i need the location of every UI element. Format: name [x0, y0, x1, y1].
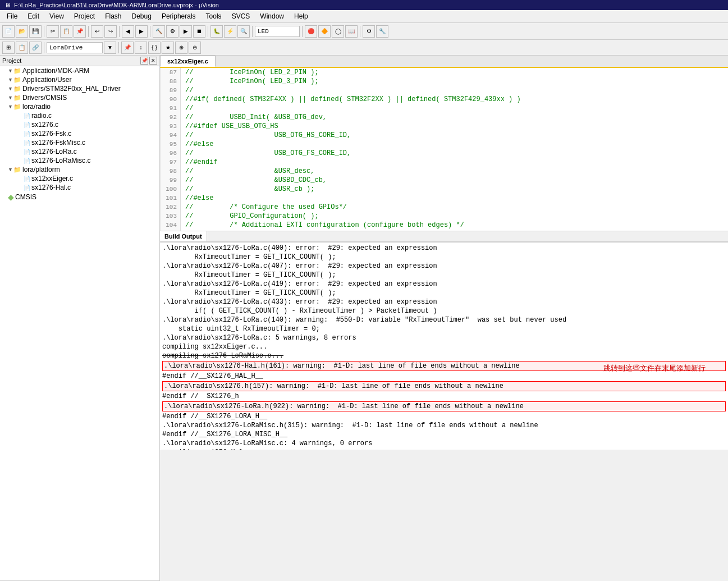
tree-item-3[interactable]: ▼📁 Drivers/CMSIS [0, 93, 159, 102]
tree-item-1[interactable]: ▼📁 Application/User [0, 75, 159, 84]
sep4 [150, 26, 150, 37]
code-line-94: 94// USB_OTG_HS_CORE_ID, [161, 131, 728, 140]
code-line-90: 90//#if( defined( STM32F4XX ) || defined… [161, 95, 728, 104]
build-line-19: .\lora\radio\sx1276-LoRaMisc.h(315): war… [162, 421, 726, 430]
search3-btn[interactable]: ◯ [332, 25, 344, 38]
redo-btn[interactable]: ↪ [104, 25, 117, 38]
panel-close-btn[interactable]: ✕ [149, 57, 157, 65]
settings-btn[interactable]: ⚙ [363, 25, 375, 38]
menu-item-tools[interactable]: Tools [202, 11, 226, 21]
stop-btn[interactable]: ⏹ [193, 25, 205, 38]
tree-item-8[interactable]: 📄 sx1276-FskMisc.c [0, 138, 159, 147]
editor-tab[interactable]: sx12xxEiger.c [160, 56, 216, 67]
paste-btn[interactable]: 📌 [74, 25, 86, 38]
build-line-12: compiling sx1276-LoRaMisc.c... [162, 351, 726, 360]
code-line-101: 101//#else [161, 194, 728, 203]
menu-item-project[interactable]: Project [70, 11, 99, 21]
code-line-89: 89// [161, 86, 728, 95]
fwd-btn[interactable]: ▶ [135, 25, 148, 38]
build-line-10: .\lora\radio\sx1276-LoRa.c: 5 warnings, … [162, 333, 726, 342]
tb2-pin-btn[interactable]: 📌 [121, 42, 134, 54]
code-line-100: 100// &USR_cb ); [161, 185, 728, 194]
undo-btn[interactable]: ↩ [91, 25, 103, 38]
tb2-btn3[interactable]: 🔗 [29, 42, 42, 54]
menu-item-flash[interactable]: Flash [100, 11, 126, 21]
tb2-remove-btn[interactable]: ⊖ [189, 42, 201, 54]
red-annotation: 跳转到这些文件在末尾添加新行 [603, 363, 706, 373]
tb2-add-btn[interactable]: ⊕ [175, 42, 187, 54]
tb2-code-btn[interactable]: { } [148, 42, 161, 54]
new-file-btn[interactable]: 📄 [2, 25, 15, 38]
sep3 [119, 26, 120, 37]
menu-item-file[interactable]: File [2, 11, 22, 21]
code-line-93: 93//#ifdef USE_USB_OTG_HS [161, 122, 728, 131]
panel-pin-btn[interactable]: 📌 [140, 57, 148, 65]
code-area[interactable]: 87// IcePinOn( LED_2_PIN );88// IcePinOn… [160, 68, 728, 231]
tb2-btn1[interactable]: ⊞ [2, 42, 15, 54]
tree-item-14[interactable]: ◆ CMSIS [0, 192, 159, 202]
open-btn[interactable]: 📂 [16, 25, 28, 38]
build-line-22: compiling sx1276-Hal.c... [162, 448, 726, 450]
copy-btn[interactable]: 📋 [60, 25, 72, 38]
build-line-1: RxTimeoutTimer = GET_TICK_COUNT( ); [162, 253, 726, 262]
code-line-88: 88// IcePinOn( LED_3_PIN ); [161, 77, 728, 86]
tree-item-12[interactable]: 📄 sx12xxEiger.c [0, 174, 159, 183]
build-line-16: #endif // SX1276_h [162, 392, 726, 401]
tree-item-7[interactable]: 📄 sx1276-Fsk.c [0, 129, 159, 138]
drive-dropdown[interactable]: LoraDrive [47, 42, 103, 53]
menu-item-debug[interactable]: Debug [127, 11, 156, 21]
code-line-96: 96// USB_OTG_FS_CORE_ID, [161, 149, 728, 158]
tree-item-11[interactable]: ▼📁 lora/platform [0, 165, 159, 174]
menu-item-window[interactable]: Window [255, 11, 289, 21]
build-line-4: .\lora\radio\sx1276-LoRa.c(419): error: … [162, 280, 726, 289]
sep2 [88, 26, 89, 37]
menu-bar: FileEditViewProjectFlashDebugPeripherals… [0, 10, 728, 23]
debug2-btn[interactable]: ⚡ [224, 25, 236, 38]
debug-btn[interactable]: 🐛 [210, 25, 223, 38]
book-btn[interactable]: 📖 [345, 25, 358, 38]
tree-item-13[interactable]: 📄 sx1276-Hal.c [0, 183, 159, 192]
code-line-92: 92// USBD_Init( &USB_OTG_dev, [161, 113, 728, 122]
title-text: F:\LoRa_Practice\LoraB1\LoraDrive\MDK-AR… [14, 2, 219, 8]
editor-and-build: sx12xxEiger.c 87// IcePinOn( LED_2_PIN )… [160, 56, 728, 581]
build-output-tab[interactable]: Build Output [160, 231, 207, 241]
search2-btn[interactable]: 🔶 [318, 25, 331, 38]
tree-item-4[interactable]: ▼📁 lora/radio [0, 102, 159, 111]
menu-item-edit[interactable]: Edit [23, 11, 44, 21]
tb2-nav-btn[interactable]: ↕ [135, 42, 147, 54]
build2-btn[interactable]: ⚙ [166, 25, 178, 38]
build-output: .\lora\radio\sx1276-LoRa.c(400): error: … [160, 242, 728, 450]
tb2-dropdown-btn[interactable]: ▼ [104, 42, 116, 54]
code-line-104: 104// /* Additional EXTI configuration (… [161, 221, 728, 230]
menu-item-peripherals[interactable]: Peripherals [157, 11, 200, 21]
menu-item-help[interactable]: Help [290, 11, 313, 21]
menu-item-view[interactable]: View [45, 11, 68, 21]
tree-item-9[interactable]: 📄 sx1276-LoRa.c [0, 147, 159, 156]
build-btn[interactable]: 🔨 [153, 25, 165, 38]
menu-item-svcs[interactable]: SVCS [227, 11, 255, 21]
tree-item-0[interactable]: ▼📁 Application/MDK-ARM [0, 66, 159, 75]
code-line-98: 98// &USR_desc, [161, 167, 728, 176]
build3-btn[interactable]: ▶ [180, 25, 192, 38]
project-header: Project 📌 ✕ [0, 56, 159, 66]
tree-item-6[interactable]: 📄 sx1276.c [0, 120, 159, 129]
tree-item-2[interactable]: ▼📁 Drivers/STM32F0xx_HAL_Driver [0, 84, 159, 93]
tb2-fav-btn[interactable]: ★ [162, 42, 174, 54]
tb2-btn2[interactable]: 📋 [16, 42, 28, 54]
code-line-97: 97//#endif [161, 158, 728, 167]
search-btn[interactable]: 🔴 [305, 25, 317, 38]
build-line-21: .\lora\radio\sx1276-LoRaMisc.c: 4 warnin… [162, 439, 726, 448]
tree-item-5[interactable]: 📄 radio.c [0, 111, 159, 120]
code-line-95: 95//#else [161, 140, 728, 149]
build-line-3: RxTimeoutTimer = GET_TICK_COUNT( ); [162, 271, 726, 280]
help-btn[interactable]: 🔧 [376, 25, 388, 38]
target-dropdown[interactable]: LED [255, 26, 300, 37]
debug3-btn[interactable]: 🔍 [237, 25, 250, 38]
back-btn[interactable]: ◀ [122, 25, 134, 38]
main-layout: Project 📌 ✕ ▼📁 Application/MDK-ARM▼📁 App… [0, 56, 728, 581]
build-line-7: if( ( GET_TICK_COUNT( ) - RxTimeoutTimer… [162, 306, 726, 315]
save-btn[interactable]: 💾 [29, 25, 42, 38]
cut-btn[interactable]: ✂ [47, 25, 59, 38]
build-line-11: compiling sx12xxEiger.c... [162, 342, 726, 351]
tree-item-10[interactable]: 📄 sx1276-LoRaMisc.c [0, 156, 159, 165]
